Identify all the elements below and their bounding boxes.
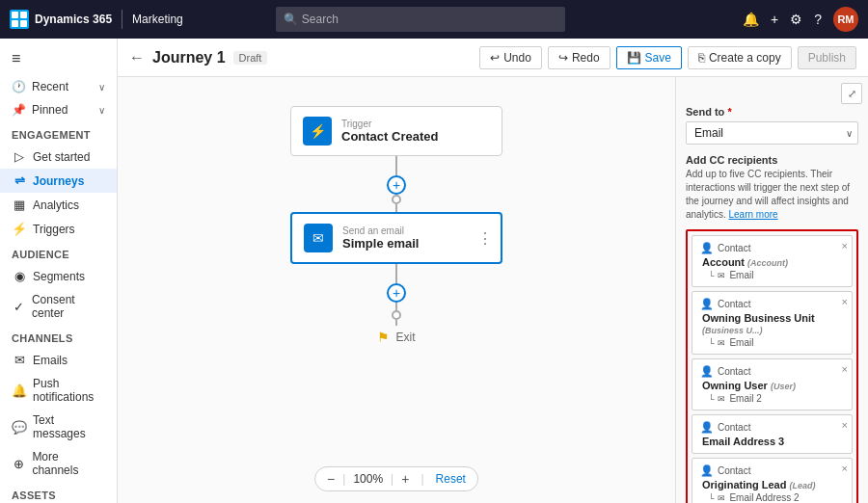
settings-icon[interactable]: ⚙ — [790, 12, 802, 27]
cc-subfield-label-5: Email Address 2 — [729, 492, 799, 503]
sidebar-item-pinned[interactable]: 📌 Pinned ∨ — [0, 98, 117, 121]
journey-draft-badge: Draft — [233, 51, 268, 65]
assets-section-header: Assets — [0, 482, 117, 503]
exit-node: ⚑ Exit — [377, 330, 415, 345]
undo-icon: ↩ — [490, 51, 500, 65]
sidebar-item-consent[interactable]: ✓ Consent center — [0, 288, 117, 325]
save-label: Save — [645, 51, 671, 65]
reset-button[interactable]: Reset — [436, 472, 466, 486]
connector-2 — [395, 204, 397, 212]
user-avatar[interactable]: RM — [833, 7, 858, 32]
segments-label: Segments — [33, 270, 85, 283]
sidebar-item-analytics[interactable]: ▦ Analytics — [0, 193, 117, 217]
trigger-icon: ⚡ — [310, 123, 326, 139]
add-node-1[interactable]: + — [387, 175, 406, 195]
journeys-label: Journeys — [33, 174, 84, 188]
sidebar-item-triggers[interactable]: ⚡ Triggers — [0, 217, 117, 241]
cc-subfield-label-1: Email — [729, 270, 753, 280]
zoom-in-button[interactable]: + — [401, 471, 409, 487]
connector-3 — [395, 264, 397, 283]
sidebar-item-segments[interactable]: ◉ Segments — [0, 264, 117, 288]
analytics-icon: ▦ — [12, 198, 27, 212]
cc-contact-icon-2: 👤 — [700, 298, 714, 310]
back-button[interactable]: ← — [129, 49, 145, 66]
publish-button[interactable]: Publish — [798, 46, 856, 69]
sidebar-item-get-started[interactable]: ▷ Get started — [0, 145, 117, 169]
sidebar-item-emails[interactable]: ✉ Emails — [0, 348, 117, 372]
cc-subfield-icon-3: └ — [708, 394, 714, 404]
pinned-label: Pinned — [32, 103, 68, 117]
cc-card-1: 👤 Contact × Account (Account) └ ✉ — [692, 235, 853, 287]
publish-label: Publish — [808, 51, 846, 65]
more-channels-icon: ⊕ — [12, 457, 26, 471]
trigger-node-text: Trigger Contact Created — [341, 119, 438, 144]
copy-label: Create a copy — [709, 51, 781, 65]
sidebar-item-sms[interactable]: 💬 Text messages — [0, 409, 117, 445]
help-icon[interactable]: ? — [814, 12, 822, 27]
action-node[interactable]: ✉ Send an email Simple email ⋮ — [290, 212, 502, 264]
right-panel: ⤢ Send to * Email ∨ Add CC recipients — [675, 77, 868, 503]
cc-field-name-3: Owning User (User) — [700, 380, 844, 391]
cc-subfield-label-2: Email — [729, 337, 753, 348]
redo-button[interactable]: ↪ Redo — [548, 46, 610, 69]
module-text: Marketing — [132, 13, 183, 26]
cc-contact-icon-5: 👤 — [700, 464, 714, 477]
connector-5 — [395, 320, 397, 326]
cc-contact-label-5: Contact — [718, 465, 750, 476]
cc-field-name-5: Originating Lead (Lead) — [700, 479, 844, 490]
nav-icons-group: 🔔 + ⚙ ? RM — [743, 7, 858, 32]
cc-subfield-icon-2: └ — [708, 338, 714, 348]
copy-icon: ⎘ — [698, 51, 705, 65]
search-input[interactable] — [302, 13, 557, 26]
cc-contact-icon-3: 👤 — [700, 365, 714, 378]
cc-card-close-4[interactable]: × — [842, 419, 848, 431]
node-menu-button[interactable]: ⋮ — [477, 229, 493, 248]
hamburger-menu[interactable]: ≡ — [0, 46, 117, 75]
cc-subfield-5: └ ✉ Email Address 2 — [700, 492, 844, 503]
send-to-select[interactable]: Email — [686, 121, 858, 145]
zoom-divider-2: | — [391, 472, 393, 486]
add-node-2[interactable]: + — [387, 283, 406, 303]
consent-label: Consent center — [32, 293, 105, 320]
sidebar-item-journeys[interactable]: ⇌ Journeys — [0, 169, 117, 193]
search-box[interactable]: 🔍 — [276, 7, 565, 32]
cc-contact-icon-4: 👤 — [700, 421, 714, 434]
cc-card-close-5[interactable]: × — [842, 463, 848, 474]
cc-card-close-1[interactable]: × — [842, 240, 848, 252]
pinned-expand-icon: ∨ — [98, 105, 105, 116]
trigger-label: Trigger — [341, 119, 438, 129]
sidebar-item-push[interactable]: 🔔 Push notifications — [0, 372, 117, 409]
cc-card-5: 👤 Contact × Originating Lead (Lead) └ ✉ — [692, 458, 853, 503]
journey-header: ← Journey 1 Draft ↩ Undo ↪ Redo 💾 Save ⎘ — [118, 39, 868, 77]
trigger-icon-box: ⚡ — [303, 117, 332, 146]
save-icon: 💾 — [627, 51, 641, 65]
add-cc-label: Add CC recipients — [686, 154, 858, 166]
journey-body: ⚡ Trigger Contact Created + — [118, 77, 868, 503]
sidebar-item-more-channels[interactable]: ⊕ More channels — [0, 445, 117, 482]
learn-more-link[interactable]: Learn more — [728, 209, 777, 220]
brand-text: Dynamics 365 — [35, 13, 112, 26]
zoom-out-button[interactable]: − — [327, 471, 335, 487]
get-started-icon: ▷ — [12, 149, 27, 164]
sms-label: Text messages — [33, 413, 105, 440]
plus-icon[interactable]: + — [771, 12, 778, 27]
sidebar-item-recent[interactable]: 🕐 Recent ∨ — [0, 75, 117, 98]
cc-subfield-icon-1: └ — [708, 271, 714, 280]
notifications-icon[interactable]: 🔔 — [743, 12, 759, 27]
cc-contact-label-4: Contact — [718, 422, 750, 433]
cc-card-close-2[interactable]: × — [842, 296, 848, 307]
recent-expand-icon: ∨ — [98, 82, 105, 93]
trigger-node[interactable]: ⚡ Trigger Contact Created — [290, 106, 502, 156]
cc-contact-label-3: Contact — [718, 366, 750, 377]
cc-card-3: 👤 Contact × Owning User (User) └ ✉ — [692, 358, 853, 410]
zoom-value: 100% — [353, 472, 383, 486]
cc-card-close-3[interactable]: × — [842, 363, 848, 375]
cc-subfield-email-icon-2: ✉ — [718, 338, 725, 348]
create-copy-button[interactable]: ⎘ Create a copy — [688, 46, 792, 69]
panel-expand-button[interactable]: ⤢ — [841, 83, 862, 104]
undo-button[interactable]: ↩ Undo — [479, 46, 542, 69]
send-to-select-wrapper: Email ∨ — [686, 121, 858, 145]
cc-card-2: 👤 Contact × Owning Business Unit (Busine… — [692, 291, 853, 355]
save-button[interactable]: 💾 Save — [616, 46, 682, 69]
recent-label: Recent — [32, 80, 68, 93]
